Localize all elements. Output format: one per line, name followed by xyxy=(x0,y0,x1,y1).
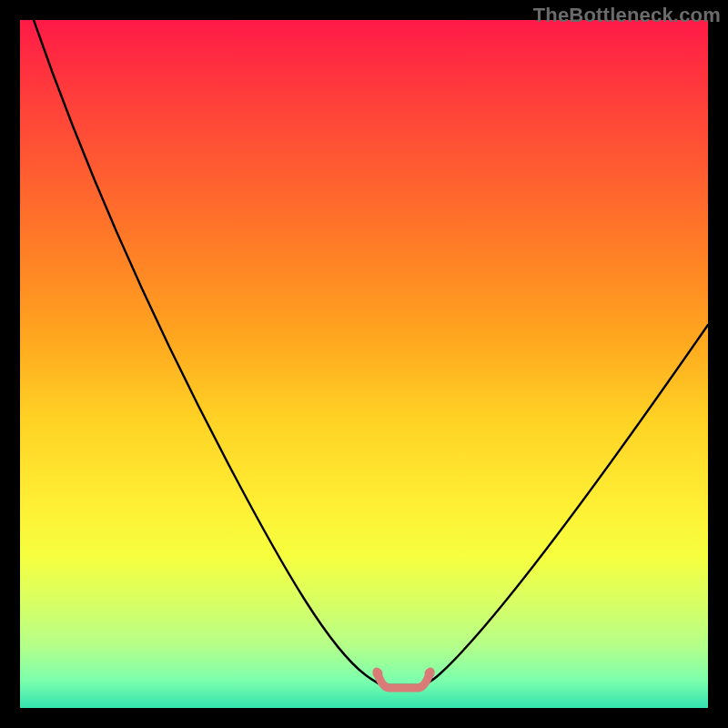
bottleneck-curve xyxy=(34,20,708,685)
chart-plot-area xyxy=(20,20,708,708)
marker-dot-left xyxy=(373,669,383,679)
optimal-zone-marker xyxy=(377,672,430,688)
chart-frame xyxy=(20,20,708,708)
marker-dot-right xyxy=(425,669,435,679)
watermark-text: TheBottleneck.com xyxy=(533,4,721,27)
